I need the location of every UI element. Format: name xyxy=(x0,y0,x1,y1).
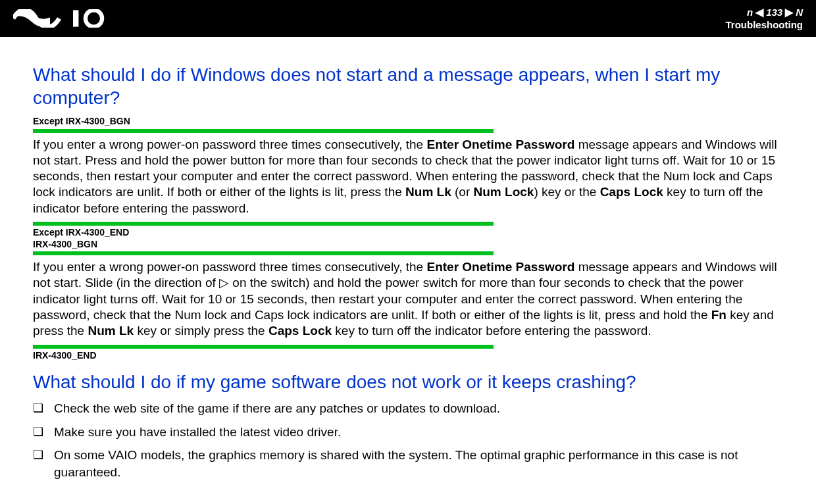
arrow-left-icon: ◀ xyxy=(755,7,763,18)
bold-text: Fn xyxy=(711,308,727,322)
next-page-link[interactable]: N xyxy=(796,7,803,18)
tag-block-1: Except IRX-4300_BGN xyxy=(33,116,494,133)
list-item: On some VAIO models, the graphics memory… xyxy=(33,447,783,480)
paragraph-2: If you enter a wrong power-on password t… xyxy=(33,259,783,340)
vaio-logo xyxy=(13,9,119,28)
bold-text: Caps Lock xyxy=(268,324,332,338)
green-bar-icon xyxy=(33,251,494,255)
tag-label: Except IRX-4300_BGN xyxy=(33,116,494,128)
text: If you enter a wrong power-on password t… xyxy=(33,260,426,274)
prev-page-link[interactable]: n xyxy=(747,7,753,18)
page-header: n ◀ 133 ▶ N Troubleshooting xyxy=(0,0,816,37)
bold-text: Enter Onetime Password xyxy=(426,260,574,274)
text: If you enter a wrong power-on password t… xyxy=(33,138,426,151)
svg-point-1 xyxy=(86,10,102,26)
section-title: Troubleshooting xyxy=(726,20,803,31)
tag-label: IRX-4300_END xyxy=(33,350,494,362)
text: ) key or the xyxy=(534,185,599,199)
text: key to turn off the indicator before ent… xyxy=(332,324,651,338)
svg-rect-0 xyxy=(73,10,78,26)
list-item-text: On some VAIO models, the graphics memory… xyxy=(54,447,783,480)
paragraph-1: If you enter a wrong power-on password t… xyxy=(33,137,783,217)
vaio-logo-icon xyxy=(13,9,119,28)
list-item-text: Check the web site of the game if there … xyxy=(54,400,783,417)
header-right: n ◀ 133 ▶ N Troubleshooting xyxy=(726,7,803,30)
arrow-right-icon: ▶ xyxy=(785,7,793,18)
page-number: 133 xyxy=(766,7,782,18)
tag-block-3: IRX-4300_END xyxy=(33,345,494,362)
list-item: Make sure you have installed the latest … xyxy=(33,424,783,441)
bold-text: Enter Onetime Password xyxy=(426,138,574,151)
content: What should I do if Windows does not sta… xyxy=(0,37,816,501)
text: (or xyxy=(451,185,474,199)
tag-label: IRX-4300_BGN xyxy=(33,239,494,251)
list-item: Check the web site of the game if there … xyxy=(33,400,783,417)
question-2-title: What should I do if my game software doe… xyxy=(33,370,783,393)
bold-text: Num Lk xyxy=(88,324,134,338)
tag-label: Except IRX-4300_END xyxy=(33,227,494,239)
green-bar-icon xyxy=(33,222,494,226)
bold-text: Num Lock xyxy=(474,185,534,199)
green-bar-icon xyxy=(33,345,494,349)
tag-block-2: Except IRX-4300_END IRX-4300_BGN xyxy=(33,222,494,255)
page-nav: n ◀ 133 ▶ N xyxy=(726,7,803,18)
bullet-list: Check the web site of the game if there … xyxy=(33,400,783,481)
text: key or simply press the xyxy=(134,324,268,338)
green-bar-icon xyxy=(33,129,494,133)
bold-text: Num Lk xyxy=(405,185,451,199)
list-item-text: Make sure you have installed the latest … xyxy=(54,424,783,441)
question-1-title: What should I do if Windows does not sta… xyxy=(33,63,783,109)
bold-text: Caps Lock xyxy=(600,185,663,199)
